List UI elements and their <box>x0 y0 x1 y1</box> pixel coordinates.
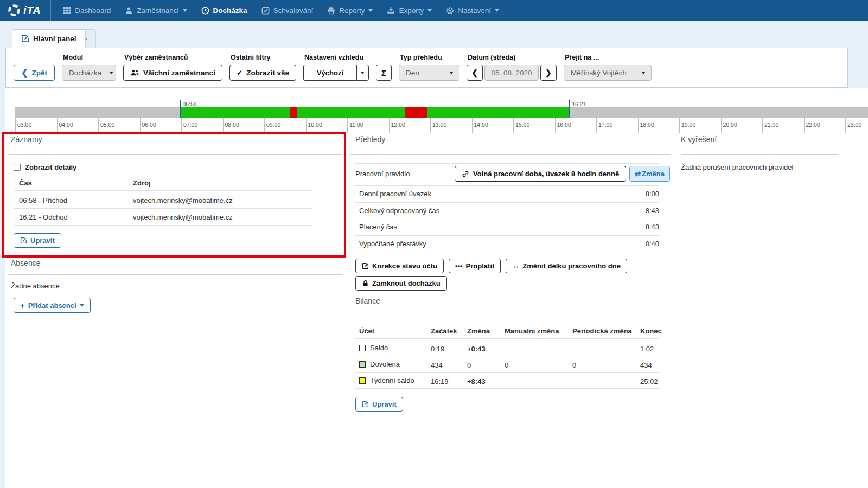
timeline-tick-label: 08:00 <box>225 121 239 128</box>
to-resolve-empty-text: Žádná porušení pracovních pravidel <box>681 163 793 171</box>
timeline-tick-label: 06:00 <box>142 121 156 128</box>
work-rule-row: Pracovní pravidlo Volná pracovní doba, ú… <box>355 166 670 182</box>
timeline-tick <box>98 118 99 133</box>
divider <box>350 154 671 155</box>
account-correction-button[interactable]: Korekce stavu účtu <box>355 259 444 273</box>
timeline-segment-idle <box>569 107 868 118</box>
timeline-tick <box>555 118 556 133</box>
timeline-tick <box>513 118 514 133</box>
lock-icon <box>362 280 369 287</box>
timeline-tick <box>721 118 722 133</box>
correction-label: Korekce stavu účtu <box>372 262 437 270</box>
balance-edit-button[interactable]: Upravit <box>355 397 403 412</box>
work-rule-label: Pracovní pravidlo <box>355 170 455 178</box>
balance-col-header: Konec <box>640 327 662 335</box>
divider <box>681 154 838 155</box>
left-right-arrow-icon: ↔ <box>512 262 519 270</box>
plus-icon: + <box>20 301 25 310</box>
balance-row-account: Dovolená <box>359 360 400 368</box>
timeline-tick <box>347 118 348 133</box>
balance-cell: +0:43 <box>467 345 486 353</box>
timeline-tick <box>430 118 431 133</box>
timeline-tick-label: 21:00 <box>764 121 778 128</box>
timeline-tick <box>223 118 224 133</box>
tydenni-saldo-swatch <box>359 377 366 384</box>
divider <box>355 388 659 389</box>
balance-cell: 434 <box>431 361 443 369</box>
timeline-marker <box>569 100 570 118</box>
payout-button[interactable]: ••• Proplatit <box>449 259 501 273</box>
timeline-tick-label: 04:00 <box>59 121 73 128</box>
balance-row-account: Saldo <box>359 344 388 352</box>
absence-title: Absence <box>11 259 40 267</box>
overview-actions-row1: Korekce stavu účtu ••• Proplatit ↔ Změni… <box>355 259 627 273</box>
balance-cell: 0:19 <box>431 345 444 353</box>
timeline-segment-break <box>290 107 297 118</box>
divider <box>355 219 659 219</box>
balance-title: Bilance <box>355 297 380 305</box>
timeline-tick-label: 03:00 <box>17 121 31 128</box>
overview-row-value: 8:00 <box>355 190 659 198</box>
balance-col-header: Změna <box>467 327 490 335</box>
divider <box>355 235 659 236</box>
timeline-segment-idle <box>15 107 180 118</box>
change-rule-button[interactable]: ⇄ Změna <box>629 166 670 182</box>
change-day-length-button[interactable]: ↔ Změnit délku pracovního dne <box>506 259 627 273</box>
timeline-tick <box>596 118 597 133</box>
timeline-marker-label: 16:21 <box>572 101 586 107</box>
timeline-segment-work <box>180 107 290 118</box>
timeline-tick-label: 17:00 <box>598 121 612 128</box>
timeline-tick <box>679 118 680 133</box>
timeline-tick <box>638 118 639 133</box>
tab-label: Hlavní panel <box>33 35 76 43</box>
add-absence-button[interactable]: + Přidat absenci <box>14 298 91 313</box>
timeline-tick-label: 23:00 <box>847 121 861 128</box>
balance-row-account: Týdenní saldo <box>359 376 414 384</box>
timeline-tick-label: 18:00 <box>640 121 654 128</box>
timeline-marker-label: 06:58 <box>182 101 196 107</box>
timeline-tick <box>845 118 846 133</box>
divider <box>8 274 342 275</box>
timeline-tick-label: 09:00 <box>266 121 280 128</box>
balance-cell: 0 <box>572 361 576 369</box>
balance-cell: 16:19 <box>431 377 449 386</box>
divider <box>350 313 671 313</box>
lock-attendance-button[interactable]: Zamknout docházku <box>355 276 447 291</box>
divider <box>355 163 659 164</box>
tab-hlavni-panel[interactable]: Hlavní panel <box>12 29 86 48</box>
timeline-tick <box>15 118 16 133</box>
divider <box>355 372 659 373</box>
timeline-tick <box>389 118 390 133</box>
account-name: Týdenní saldo <box>370 376 414 384</box>
dots-icon: ••• <box>455 262 463 270</box>
work-rule-value: Volná pracovní doba, úvazek 8 hodin denn… <box>473 170 619 178</box>
swap-icon: ⇄ <box>635 170 641 178</box>
balance-col-header: Účet <box>359 327 374 335</box>
timeline-tick-label: 15:00 <box>515 121 529 128</box>
annotation-box <box>2 132 346 258</box>
work-rule-button[interactable]: Volná pracovní doba, úvazek 8 hodin denn… <box>455 166 626 182</box>
add-absence-label: Přidat absenci <box>28 301 76 310</box>
divider <box>355 252 659 252</box>
timeline-tick-label: 07:00 <box>183 121 197 128</box>
dovolena-swatch <box>359 361 366 368</box>
timeline-tick-label: 11:00 <box>349 121 363 128</box>
timeline-tick <box>140 118 141 133</box>
timeline-tick <box>306 118 307 133</box>
divider <box>355 185 659 186</box>
overview-row-value: 8:43 <box>355 207 659 215</box>
timeline-tick-label: 14:00 <box>474 121 488 128</box>
balance-cell: 0 <box>467 361 471 369</box>
timeline-tick <box>472 118 473 133</box>
balance-cell: 1:02 <box>640 345 654 353</box>
balance-cell: 0 <box>505 361 508 369</box>
absence-empty-text: Žádné absence <box>11 282 60 290</box>
divider <box>355 202 659 203</box>
day-timeline: 03:0004:0005:0006:0007:0008:0009:0010:00… <box>0 0 868 136</box>
timeline-tick-label: 10:00 <box>308 121 322 128</box>
link-icon <box>462 170 469 178</box>
account-name: Dovolená <box>370 360 400 368</box>
timeline-tick-label: 05:00 <box>100 121 114 128</box>
timeline-tick <box>804 118 805 133</box>
overview-actions-row2: Zamknout docházku <box>355 276 447 291</box>
